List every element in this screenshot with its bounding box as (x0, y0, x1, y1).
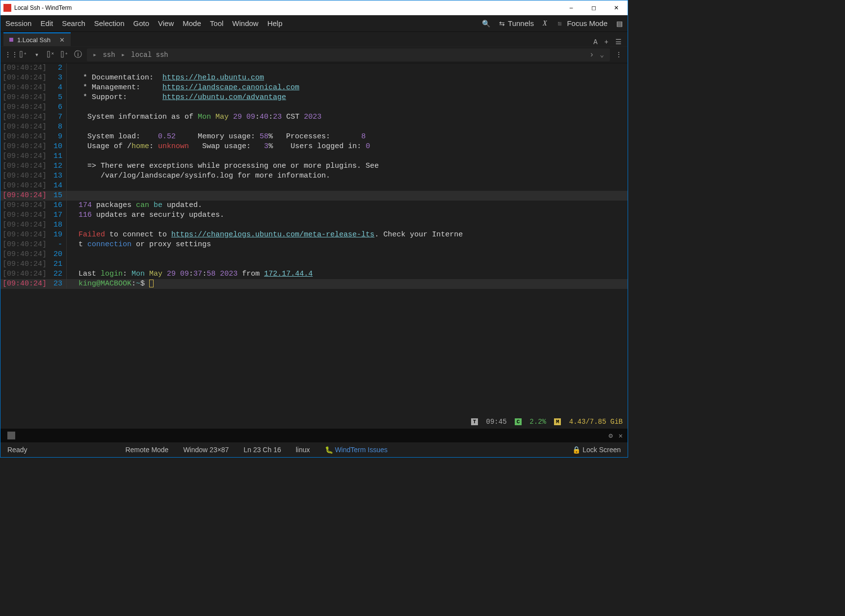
status-cursor-pos[interactable]: Ln 23 Ch 16 (243, 446, 281, 454)
search-icon[interactable]: 🔍 (482, 20, 490, 27)
terminal-row: [09:40:24]23king@MACBOOK:~$ (0, 279, 628, 289)
gutter-timestamp: [09:40:24] (0, 142, 47, 152)
terminal-line (67, 191, 628, 201)
tab-local-ssh[interactable]: 1.Local Ssh ✕ (3, 32, 71, 46)
terminal-row: [09:40:24]10 Usage of /home: unknown Swa… (0, 142, 628, 152)
gutter-timestamp: [09:40:24] (0, 171, 47, 181)
terminal-line: t connection or proxy settings (67, 240, 628, 250)
breadcrumb: ▸ ssh ▸ local ssh › ⌄ (87, 49, 610, 61)
gutter-line-number: 6 (47, 103, 67, 112)
menu-tool[interactable]: Tool (210, 19, 224, 27)
terminal-line: * Documentation: https://help.ubuntu.com (67, 73, 628, 83)
time-badge-icon: T (471, 418, 478, 425)
more-icon[interactable]: ⋮ (614, 51, 624, 59)
terminal-row: [09:40:24]18 (0, 220, 628, 230)
gutter-line-number: 2 (47, 63, 67, 73)
terminal-line: king@MACBOOK:~$ (67, 279, 628, 289)
new-session-icon[interactable]: ⌷⁺ (18, 51, 28, 59)
menubar: Session Edit Search Selection Goto View … (0, 15, 628, 32)
cpu-badge-icon: C (515, 418, 522, 425)
menu-session[interactable]: Session (5, 19, 31, 27)
gutter-line-number: 19 (47, 230, 67, 240)
gutter-timestamp: [09:40:24] (0, 112, 47, 122)
window-titlebar: Local Ssh - WindTerm – ◻ ✕ (0, 0, 628, 15)
gutter-line-number: 18 (47, 220, 67, 230)
history-dropdown-icon[interactable]: ⌄ (600, 51, 604, 59)
focus-mode-button[interactable]: ◾Focus Mode (555, 19, 607, 27)
terminal-line: System load: 0.52 Memory usage: 58% Proc… (67, 132, 628, 142)
gutter-timestamp: [09:40:24] (0, 250, 47, 259)
new-tab-icon[interactable]: + (605, 38, 608, 46)
terminal-line (67, 122, 628, 132)
terminal-row: [09:40:24]20 (0, 250, 628, 259)
gutter-line-number: 7 (47, 112, 67, 122)
gutter-timestamp: [09:40:24] (0, 181, 47, 191)
terminal-row: [09:40:24]9 System load: 0.52 Memory usa… (0, 132, 628, 142)
terminal-line (67, 220, 628, 230)
terminal-row: [09:40:24]8 (0, 122, 628, 132)
gutter-line-number: 3 (47, 73, 67, 83)
sys-mem: 4.43/7.85 GiB (569, 418, 623, 426)
tab-label: 1.Local Ssh (17, 36, 51, 44)
tunnels-button[interactable]: ⇆Tunnels (499, 19, 534, 27)
gutter-timestamp: [09:40:24] (0, 83, 47, 93)
drag-handle-icon[interactable]: ⋮⋮ (4, 51, 14, 59)
toolbar-dropdown-icon[interactable]: ▾ (32, 51, 42, 59)
layout-icon[interactable]: ▤ (616, 20, 623, 27)
breadcrumb-item-local[interactable]: local ssh (131, 51, 168, 59)
terminal-row: [09:40:24]15 (0, 191, 628, 201)
terminal-line: => There were exceptions while processin… (67, 161, 628, 171)
gutter-line-number: 14 (47, 181, 67, 191)
menu-search[interactable]: Search (62, 19, 85, 27)
status-window-size[interactable]: Window 23×87 (183, 446, 229, 454)
menu-window[interactable]: Window (232, 19, 258, 27)
menu-goto[interactable]: Goto (133, 19, 149, 27)
terminal[interactable]: [09:40:24]2[09:40:24]3 * Documentation: … (0, 63, 628, 418)
terminal-row: [09:40:24]6 (0, 103, 628, 112)
play-icon[interactable]: ▸ (93, 51, 97, 59)
info-icon[interactable]: ⓘ (73, 50, 83, 60)
app-logo-icon (3, 4, 11, 12)
gutter-line-number: 10 (47, 142, 67, 152)
close-session-icon[interactable]: ⌷ˣ (46, 51, 55, 59)
panel-logo-icon (7, 432, 15, 439)
duplicate-session-icon[interactable]: ⌷⁺ (59, 51, 69, 59)
window-title: Local Ssh - WindTerm (14, 4, 72, 11)
gutter-line-number: 23 (47, 279, 67, 289)
lock-screen-button[interactable]: 🔒Lock Screen (572, 446, 621, 454)
terminal-line (67, 181, 628, 191)
font-tune-icon[interactable]: A (593, 38, 597, 46)
panel-gear-icon[interactable]: ⚙ (608, 432, 612, 440)
gutter-timestamp: [09:40:24] (0, 279, 47, 289)
tab-list-icon[interactable]: ☰ (615, 38, 622, 46)
terminal-line: Last login: Mon May 29 09:37:58 2023 fro… (67, 269, 628, 279)
terminal-row: [09:40:24]2 (0, 63, 628, 73)
menu-edit[interactable]: Edit (40, 19, 53, 27)
terminal-row: [09:40:24]5 * Support: https://ubuntu.co… (0, 93, 628, 103)
forward-icon[interactable]: › (589, 51, 594, 59)
menu-selection[interactable]: Selection (94, 19, 125, 27)
status-remote-mode[interactable]: Remote Mode (125, 446, 168, 454)
status-bar: Ready Remote Mode Window 23×87 Ln 23 Ch … (0, 442, 628, 457)
menu-help[interactable]: Help (267, 19, 283, 27)
panel-close-icon[interactable]: ✕ (619, 432, 623, 440)
terminal-row: [09:40:24]7 System information as of Mon… (0, 112, 628, 122)
terminal-row: [09:40:24]12 => There were exceptions wh… (0, 161, 628, 171)
window-minimize-button[interactable]: – (560, 0, 582, 15)
terminal-line: * Support: https://ubuntu.com/advantage (67, 93, 628, 103)
window-maximize-button[interactable]: ◻ (582, 0, 605, 15)
gutter-timestamp: [09:40:24] (0, 201, 47, 210)
x-icon[interactable]: X (543, 20, 547, 27)
sys-time: 09:45 (486, 418, 507, 426)
terminal-line: Usage of /home: unknown Swap usage: 3% U… (67, 142, 628, 152)
status-issues[interactable]: 🐛 WindTerm Issues (325, 446, 388, 454)
menu-view[interactable]: View (158, 19, 174, 27)
tab-strip: 1.Local Ssh ✕ A + ☰ (0, 32, 628, 47)
tab-close-icon[interactable]: ✕ (59, 36, 65, 44)
gutter-timestamp: [09:40:24] (0, 73, 47, 83)
window-close-button[interactable]: ✕ (605, 0, 628, 15)
gutter-line-number: 11 (47, 152, 67, 161)
terminal-row: [09:40:24]4 * Management: https://landsc… (0, 83, 628, 93)
menu-mode[interactable]: Mode (183, 19, 201, 27)
breadcrumb-item-ssh[interactable]: ssh (103, 51, 115, 59)
